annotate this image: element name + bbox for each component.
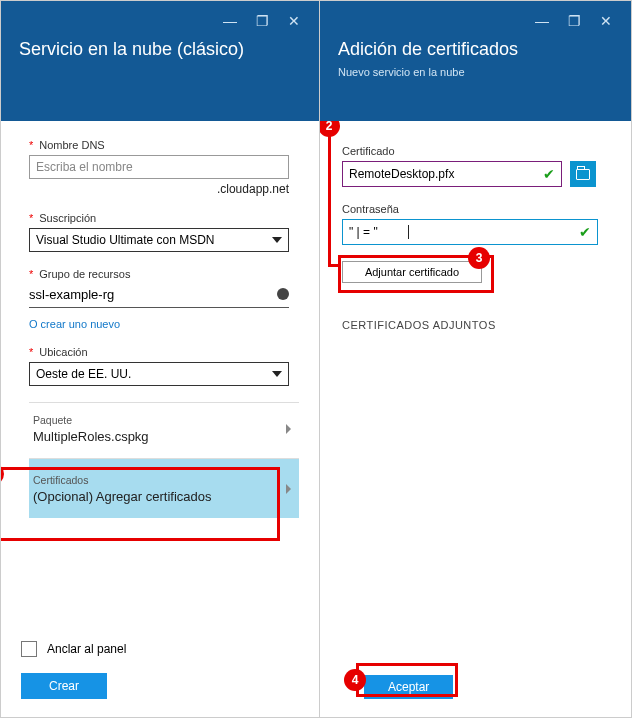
chevron-down-icon [272, 237, 282, 243]
certificate-label: Certificado [342, 145, 395, 157]
subscription-label: Suscripción [39, 212, 96, 224]
attached-section-title: CERTIFICADOS ADJUNTOS [342, 319, 611, 331]
panel-title-right: Adición de certificados [338, 39, 613, 60]
close-icon[interactable]: ✕ [287, 13, 301, 29]
package-label: Paquete [33, 414, 72, 426]
annotation-box-2 [328, 127, 338, 267]
chevron-down-icon [272, 371, 282, 377]
browse-button[interactable] [570, 161, 596, 187]
create-button[interactable]: Crear [21, 673, 107, 699]
header-left: — ❐ ✕ Servicio en la nube (clásico) [1, 1, 319, 121]
certificate-file-input[interactable]: RemoteDesktop.pfx ✔ [342, 161, 562, 187]
annotation-marker-3: 3 [468, 247, 490, 269]
location-select[interactable]: Oeste de EE. UU. [29, 362, 289, 386]
users-icon [277, 288, 289, 300]
panel-cloud-service: — ❐ ✕ Servicio en la nube (clásico) *Nom… [1, 1, 320, 717]
restore-icon[interactable]: ❐ [567, 13, 581, 29]
folder-icon [576, 169, 590, 180]
check-icon: ✔ [579, 224, 591, 240]
subscription-select[interactable]: Visual Studio Ultimate con MSDN [29, 228, 289, 252]
pin-label: Anclar al panel [47, 642, 126, 656]
panel-title-left: Servicio en la nube (clásico) [19, 39, 301, 60]
package-value: MultipleRoles.cspkg [33, 429, 149, 444]
panel-add-certificates: — ❐ ✕ Adición de certificados Nuevo serv… [320, 1, 631, 717]
panel-subtitle-right: Nuevo servicio en la nube [338, 66, 613, 78]
annotation-box-1 [1, 467, 280, 541]
resource-group-select[interactable]: ssl-example-rg [29, 284, 289, 308]
dns-label: Nombre DNS [39, 139, 104, 151]
create-new-rg-link[interactable]: O crear uno nuevo [29, 318, 299, 330]
package-item[interactable]: Paquete MultipleRoles.cspkg [29, 402, 299, 454]
minimize-icon[interactable]: — [223, 13, 237, 29]
resource-group-label: Grupo de recursos [39, 268, 130, 280]
restore-icon[interactable]: ❐ [255, 13, 269, 29]
chevron-right-icon [286, 424, 291, 434]
password-label: Contraseña [342, 203, 399, 215]
close-icon[interactable]: ✕ [599, 13, 613, 29]
pin-checkbox[interactable] [21, 641, 37, 657]
check-icon: ✔ [543, 166, 555, 182]
header-right: — ❐ ✕ Adición de certificados Nuevo serv… [320, 1, 631, 121]
dns-suffix: .cloudapp.net [29, 182, 289, 196]
location-label: Ubicación [39, 346, 87, 358]
annotation-box-4 [356, 663, 458, 697]
dns-input[interactable]: Escriba el nombre [29, 155, 289, 179]
minimize-icon[interactable]: — [535, 13, 549, 29]
chevron-right-icon [286, 484, 291, 494]
annotation-marker-4: 4 [344, 669, 366, 691]
password-input[interactable]: " | = " ✔ [342, 219, 598, 245]
